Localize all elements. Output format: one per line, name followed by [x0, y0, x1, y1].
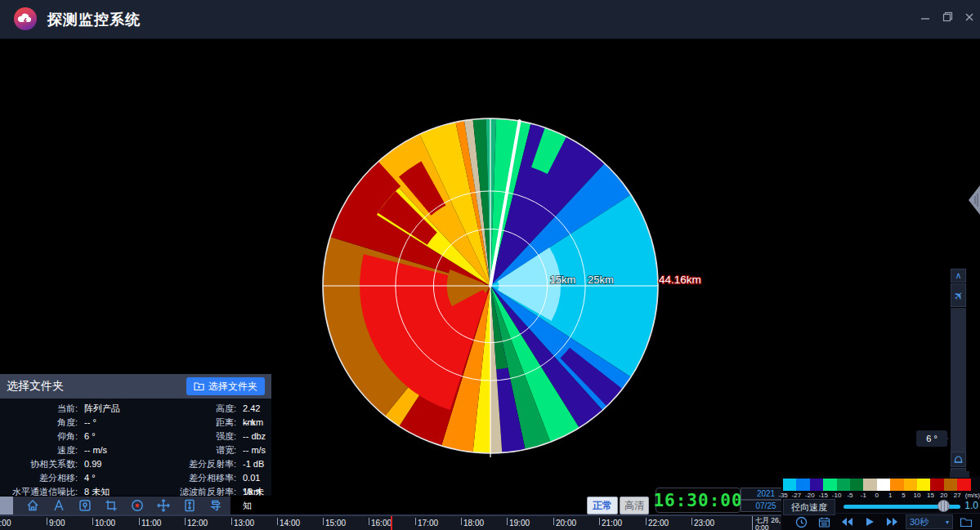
timeline-tick-label: 16:00: [371, 519, 392, 528]
chevron-down-icon: ▾: [946, 519, 949, 526]
fast-forward-icon[interactable]: [883, 514, 902, 529]
chevron-up-icon[interactable]: ∧: [951, 269, 966, 283]
timeline-tick: [231, 518, 232, 525]
panel-collapse-arrow[interactable]: [969, 185, 980, 215]
detail-label: 谱宽:: [169, 443, 236, 457]
hd-mode-button[interactable]: 高清: [620, 497, 649, 514]
timeline-tick: [92, 518, 93, 525]
timeline-tick-label: 15:00: [325, 519, 346, 528]
timeline-tick: [47, 518, 47, 525]
timeline-tick-label: 18:00: [463, 519, 484, 528]
detail-value: 6 °: [84, 430, 163, 443]
range-ring-label: 15km: [550, 274, 576, 286]
detail-label: 速度:: [0, 443, 78, 457]
colorbar-unit-label: (m/s): [965, 492, 980, 499]
rewind-icon[interactable]: [837, 514, 857, 529]
map-toolbar: 导: [0, 497, 230, 514]
colorbar-label: 20: [940, 492, 947, 499]
colorbar-block: [837, 479, 850, 491]
colorbar-label: 27: [954, 492, 961, 499]
airplane-icon[interactable]: ✈: [951, 283, 966, 307]
colorbar-tab[interactable]: [950, 471, 969, 478]
detail-label: 仰角:: [0, 430, 78, 443]
normal-mode-button[interactable]: 正常: [587, 497, 618, 514]
timeline-tick: [323, 518, 324, 525]
colorbar-label: -15: [818, 492, 828, 499]
timeline-current-marker[interactable]: [391, 516, 392, 530]
colorbar-label: 0: [875, 492, 879, 499]
detail-label: 距离:: [169, 416, 236, 430]
interval-select[interactable]: 30秒 ▾: [906, 514, 953, 529]
elevation-tooltip: 6 °: [916, 430, 947, 447]
guide-icon[interactable]: 导: [203, 497, 229, 514]
map-marker-icon[interactable]: [72, 497, 98, 514]
history-icon[interactable]: [791, 514, 811, 529]
bell-icon[interactable]: [951, 452, 966, 467]
colorbar-label: 1: [888, 492, 892, 499]
play-icon[interactable]: [860, 514, 879, 529]
timeline-tick-label: 17:00: [418, 519, 438, 528]
close-icon[interactable]: [962, 11, 977, 24]
timeline-tick: [691, 518, 692, 525]
colorbar-block: [944, 479, 957, 491]
detail-row: 仰角:6 °强度:-- dbz: [0, 430, 271, 443]
timeline-tick-label: 9:00: [49, 519, 65, 528]
timeline-tick-label: 22:00: [648, 519, 669, 528]
max-range-label: 44.16km: [659, 274, 701, 286]
colorbar-label: 5: [902, 492, 905, 499]
move-icon[interactable]: [150, 497, 177, 514]
detail-value: -- m/s: [243, 443, 271, 457]
home-icon[interactable]: [20, 497, 46, 514]
detail-value: -- m/s: [84, 443, 163, 457]
timeline-tick: [185, 518, 186, 525]
radar-ppi-display[interactable]: 15km25km44.16km: [319, 114, 662, 457]
detail-row: 当前:阵列产品高度:2.42 km: [0, 402, 271, 416]
timeline-tick-label: 8:00: [0, 519, 11, 528]
timeline-tick: [139, 518, 140, 525]
colorbar-block: [917, 479, 930, 491]
restore-icon[interactable]: [940, 11, 955, 24]
detail-value: -- °: [84, 416, 163, 430]
colorbar-label: -5: [847, 492, 852, 499]
detail-label: 差分反射率:: [169, 457, 236, 471]
playback-controls: 30秒 ▾: [781, 513, 980, 530]
colorbar-block: [850, 479, 863, 491]
choose-folder-button-label: 选择文件夹: [208, 380, 257, 394]
timeline-tick-label: 21:00: [602, 519, 622, 528]
detail-row: 协相关系数:0.99差分反射率:-1 dB: [0, 457, 271, 471]
record-icon[interactable]: [124, 497, 150, 514]
timeline-tick-label: 19:00: [509, 519, 530, 528]
colorbar-block: [904, 479, 917, 491]
detail-row: 角度:-- °距离:-- km: [0, 416, 271, 430]
colorbar-block: [796, 479, 809, 491]
velocity-control-panel: (m/s) 径向速度 1.0 30秒 ▾: [781, 476, 980, 530]
clock-display: 16:30:00: [656, 488, 741, 513]
timeline-tick: [646, 518, 647, 525]
detail-value: -1 dB: [243, 457, 271, 471]
timeline-tick: [369, 518, 369, 525]
clock-time: 16:30:00: [653, 491, 742, 510]
colorbar-block: [783, 479, 796, 491]
detail-label: 强度:: [169, 430, 236, 443]
detail-label: 协相关系数:: [0, 457, 78, 471]
colorbar-block: [863, 479, 876, 491]
opacity-slider-handle[interactable]: [937, 500, 950, 512]
vertical-range-icon[interactable]: [177, 497, 203, 514]
opacity-value: 1.0: [964, 500, 978, 511]
minimize-icon[interactable]: [918, 11, 933, 24]
folder-icon[interactable]: [956, 514, 976, 529]
colorbar-block: [930, 479, 943, 491]
timeline-tick: [461, 518, 462, 525]
rail-scrollbar-track[interactable]: [951, 308, 966, 452]
interval-select-value: 30秒: [910, 516, 929, 528]
calendar-icon[interactable]: [814, 514, 834, 529]
file-panel-title: 选择文件夹: [7, 379, 64, 394]
compass-icon[interactable]: [46, 497, 72, 514]
crop-icon[interactable]: [98, 497, 124, 514]
colorbar-label: -1: [861, 492, 866, 499]
toolbar-handle[interactable]: [0, 497, 13, 514]
choose-folder-button[interactable]: 选择文件夹: [186, 377, 265, 395]
colorbar-block: [823, 479, 836, 491]
colorbar-block: [957, 479, 970, 491]
colorbar-label: -10: [832, 492, 842, 499]
